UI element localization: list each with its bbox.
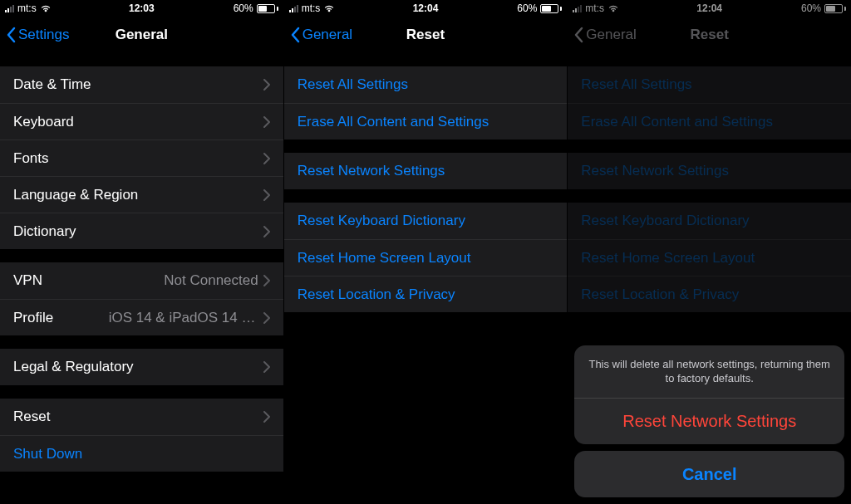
chevron-right-icon — [263, 361, 270, 373]
status-time: 12:04 — [413, 2, 439, 14]
table-row[interactable]: Reset Keyboard Dictionary — [284, 203, 568, 239]
group-gap — [0, 249, 283, 262]
carrier-label: mt:s — [302, 2, 321, 14]
status-bar: mt:s12:0360% — [0, 0, 283, 17]
back-label: Settings — [18, 27, 69, 43]
chevron-right-icon — [263, 189, 270, 201]
group-gap — [0, 385, 283, 399]
battery-pct: 60% — [234, 2, 253, 14]
carrier-label: mt:s — [17, 2, 37, 14]
row-label: Profile — [13, 310, 53, 326]
table-row[interactable]: Reset Home Screen Layout — [284, 239, 568, 276]
chevron-right-icon — [263, 411, 270, 423]
chevron-right-icon — [263, 153, 270, 164]
row-detail: Not Connected — [164, 272, 258, 289]
action-sheet-cancel-button[interactable]: Cancel — [574, 451, 844, 497]
page-title: Reset — [406, 27, 445, 43]
battery-pct: 60% — [517, 2, 537, 14]
row-label: Reset All Settings — [298, 76, 408, 93]
chevron-right-icon — [263, 275, 270, 286]
phone-3: mt:s12:0460%GeneralResetReset All Settin… — [567, 0, 851, 504]
group-gap — [284, 53, 568, 66]
table-row[interactable]: Erase All Content and Settings — [284, 103, 568, 139]
nav-bar: GeneralReset — [284, 17, 568, 53]
battery-icon — [540, 4, 562, 13]
signal-icon — [289, 4, 298, 12]
content: Date & TimeKeyboardFontsLanguage & Regio… — [0, 53, 283, 504]
table-row[interactable]: ProfileiOS 14 & iPadOS 14 Beta Softwar..… — [0, 299, 283, 335]
table-row[interactable]: Legal & Regulatory — [0, 349, 283, 385]
row-label: Fonts — [13, 150, 49, 167]
status-bar: mt:s12:0460% — [284, 0, 568, 17]
table-row[interactable]: Keyboard — [0, 103, 283, 139]
wifi-icon — [323, 4, 335, 12]
row-label: Reset — [13, 409, 50, 425]
phone-1: mt:s12:0360%SettingsGeneralDate & TimeKe… — [0, 0, 283, 504]
table-row[interactable]: Fonts — [0, 139, 283, 176]
row-label: Date & Time — [13, 76, 91, 93]
chevron-left-icon — [7, 27, 17, 43]
row-label: Reset Network Settings — [298, 163, 445, 179]
table-row[interactable]: Language & Region — [0, 176, 283, 213]
row-label: Reset Home Screen Layout — [298, 250, 471, 267]
table-row[interactable]: Reset All Settings — [284, 66, 568, 103]
action-sheet-group: This will delete all network settings, r… — [574, 345, 844, 444]
back-button[interactable]: General — [291, 27, 352, 43]
chevron-right-icon — [263, 226, 270, 237]
battery-icon — [257, 4, 278, 13]
row-label: Erase All Content and Settings — [298, 114, 489, 130]
nav-bar: SettingsGeneral — [0, 17, 283, 53]
table-row[interactable]: VPNNot Connected — [0, 262, 283, 299]
status-right: 60% — [234, 2, 278, 14]
page-title: General — [116, 27, 168, 43]
status-left: mt:s — [289, 2, 336, 14]
row-label: Legal & Regulatory — [13, 359, 134, 375]
group-gap — [284, 189, 568, 203]
chevron-right-icon — [263, 312, 270, 324]
signal-icon — [5, 4, 14, 12]
content: Reset All SettingsErase All Content and … — [284, 53, 568, 504]
row-label: VPN — [13, 272, 42, 289]
table-row[interactable]: Reset Location & Privacy — [284, 276, 568, 312]
phone-2: mt:s12:0460%GeneralResetReset All Settin… — [283, 0, 568, 504]
row-label: Dictionary — [13, 223, 76, 240]
table-row[interactable]: Reset — [0, 399, 283, 435]
row-label: Keyboard — [13, 114, 74, 130]
chevron-right-icon — [263, 116, 270, 128]
group-gap — [0, 53, 283, 66]
back-button[interactable]: Settings — [7, 27, 69, 43]
table-row[interactable]: Date & Time — [0, 66, 283, 103]
chevron-left-icon — [291, 27, 301, 43]
row-label: Shut Down — [13, 446, 82, 462]
group-gap — [284, 139, 568, 153]
table-row[interactable]: Reset Network Settings — [284, 153, 568, 189]
chevron-right-icon — [263, 79, 270, 91]
status-right: 60% — [517, 2, 562, 14]
action-sheet: This will delete all network settings, r… — [574, 345, 844, 497]
action-sheet-destructive-button[interactable]: Reset Network Settings — [574, 398, 844, 444]
back-label: General — [303, 27, 352, 43]
action-sheet-message: This will delete all network settings, r… — [574, 345, 844, 398]
row-label: Reset Location & Privacy — [298, 286, 455, 303]
row-detail: iOS 14 & iPadOS 14 Beta Softwar... — [109, 310, 258, 326]
status-left: mt:s — [5, 2, 52, 14]
wifi-icon — [40, 4, 52, 12]
row-label: Language & Region — [13, 187, 138, 203]
table-row[interactable]: Dictionary — [0, 213, 283, 249]
row-label: Reset Keyboard Dictionary — [298, 213, 465, 229]
status-time: 12:03 — [129, 2, 155, 14]
table-row[interactable]: Shut Down — [0, 435, 283, 472]
group-gap — [0, 335, 283, 349]
